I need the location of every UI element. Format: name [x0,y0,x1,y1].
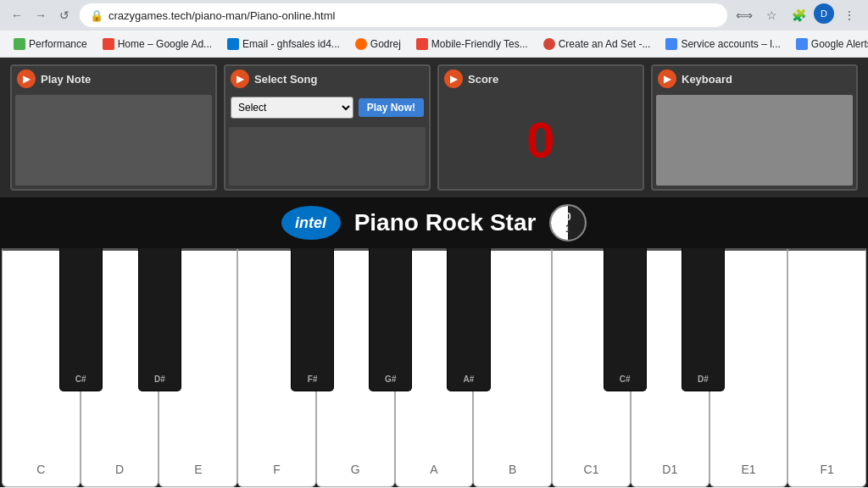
key-label-e: E [194,463,202,476]
intel-logo: intel [281,206,341,240]
game-area: ▶ Play Note ▶ Select Song Select Song 1 … [0,58,868,487]
create-ad-favicon [543,38,555,50]
mobile-favicon [416,38,428,50]
keyboard-preview [656,95,853,186]
keyboard-header: ▶ Keyboard [653,66,856,92]
white-key-f1[interactable]: F1 [787,248,866,487]
black-key-asharp[interactable]: A# [447,248,490,391]
keyboard-panel: ▶ Keyboard [651,64,858,191]
select-song-header: ▶ Select Song [225,66,429,92]
profile-icon[interactable]: D [814,3,834,24]
translate-icon[interactable]: ⟺ [732,3,756,27]
key-label-a: A [430,463,437,476]
bookmark-create-ad[interactable]: Create an Ad Set -... [537,36,658,53]
key-label-d: D [115,463,124,476]
bookmark-label: Mobile-Friendly Tes... [431,38,528,50]
bookmark-label: Create an Ad Set -... [559,38,651,50]
select-song-panel: ▶ Select Song Select Song 1 Song 2 Song … [224,64,431,191]
godrej-favicon [355,38,367,50]
bookmark-service-accounts[interactable]: Service accounts – l... [659,36,787,53]
bookmark-performance[interactable]: Performance [7,36,94,53]
browser-toolbar: ← → ↺ 🔒 ⟺ ☆ 🧩 D ⋮ [0,0,868,30]
bookmark-mobile-friendly[interactable]: Mobile-Friendly Tes... [409,36,535,53]
bookmark-label: Google Alerts - Mo... [811,38,868,50]
play-note-title: Play Note [41,73,91,86]
intel-banner: intel Piano Rock Star 0 1 [0,197,868,248]
yin-bottom-label: 1 [565,223,571,235]
play-now-button[interactable]: Play Now! [359,98,424,117]
bookmark-label: Email - ghfsales id4... [242,38,340,50]
black-key-fsharp[interactable]: F# [291,248,334,391]
bookmark-godrej[interactable]: Godrej [348,36,408,53]
black-key-label-gsharp: G# [385,374,396,384]
score-panel: ▶ Score 0 [437,64,644,191]
key-label-f1: F1 [821,463,834,476]
black-key-dsharp2[interactable]: D# [682,248,725,391]
nav-buttons: ← → ↺ [7,5,75,25]
bookmarks-bar: Performance Home – Google Ad... Email - … [0,30,868,58]
black-key-label-csharp: C# [75,374,86,384]
select-song-body [229,127,426,186]
yin-top-label: 0 [565,211,571,223]
alerts-favicon [796,38,808,50]
key-label-e1: E1 [741,463,755,476]
bookmark-star-icon[interactable]: ☆ [760,3,783,27]
extensions-icon[interactable]: 🧩 [787,3,810,27]
email-favicon [227,38,239,50]
score-button[interactable]: ▶ [444,69,463,88]
song-select-dropdown[interactable]: Select Song 1 Song 2 Song 3 [231,97,353,119]
play-note-header: ▶ Play Note [12,66,215,92]
lock-icon: 🔒 [90,9,103,22]
black-key-csharp[interactable]: C# [59,248,103,391]
bookmark-google-alerts[interactable]: Google Alerts - Mo... [789,36,868,53]
performance-favicon [14,38,25,50]
play-note-body [15,95,212,186]
bookmark-label: Service accounts – l... [681,38,780,50]
score-display: 0 [439,92,643,189]
intel-text: intel [295,214,326,232]
select-song-title: Select Song [254,73,317,86]
black-key-gsharp[interactable]: G# [369,248,412,391]
score-header: ▶ Score [439,66,643,92]
keyboard-title: Keyboard [682,73,732,86]
black-key-label-dsharp2: D# [698,374,709,384]
black-key-label-fsharp: F# [308,374,318,384]
top-panels: ▶ Play Note ▶ Select Song Select Song 1 … [0,58,868,197]
bookmark-google-ad[interactable]: Home – Google Ad... [96,36,219,53]
key-label-c: C [36,463,45,476]
forward-button[interactable]: → [31,5,51,25]
back-button[interactable]: ← [7,5,27,25]
url-input[interactable] [108,9,717,22]
menu-icon[interactable]: ⋮ [837,3,861,27]
bookmark-label: Home – Google Ad... [118,38,212,50]
black-key-label-asharp: A# [464,374,475,384]
score-title: Score [468,73,498,86]
bookmark-label: Performance [29,38,87,50]
reload-button[interactable]: ↺ [54,5,75,25]
piano-keyboard: C D E F G A B C1 D1 E1 F1 C# D# F# [0,248,868,487]
bookmark-label: Godrej [370,38,401,50]
black-key-csharp2[interactable]: C# [604,248,647,391]
select-song-button[interactable]: ▶ [231,69,249,88]
select-song-controls: Select Song 1 Song 2 Song 3 Play Now! [225,92,429,124]
toolbar-icons: ⟺ ☆ 🧩 D ⋮ [732,3,861,27]
key-label-f: F [273,463,281,476]
banner-title: Piano Rock Star [354,209,537,236]
key-label-b: B [509,463,516,476]
key-label-d1: D1 [662,463,677,476]
white-keys-row: C D E F G A B C1 D1 E1 F1 [2,248,866,487]
bookmark-email[interactable]: Email - ghfsales id4... [220,36,347,53]
play-note-button[interactable]: ▶ [17,69,36,88]
address-bar[interactable]: 🔒 [80,3,727,27]
black-key-dsharp[interactable]: D# [138,248,181,391]
key-label-c1: C1 [584,463,599,476]
black-key-label-csharp2: C# [620,374,631,384]
google-ad-favicon [103,38,114,50]
black-key-label-dsharp: D# [154,374,165,384]
browser-chrome: ← → ↺ 🔒 ⟺ ☆ 🧩 D ⋮ Performance Home – Goo… [0,0,868,58]
keyboard-button[interactable]: ▶ [658,69,676,88]
play-note-panel: ▶ Play Note [10,64,217,191]
key-label-g: G [351,463,360,476]
service-favicon [665,38,677,50]
